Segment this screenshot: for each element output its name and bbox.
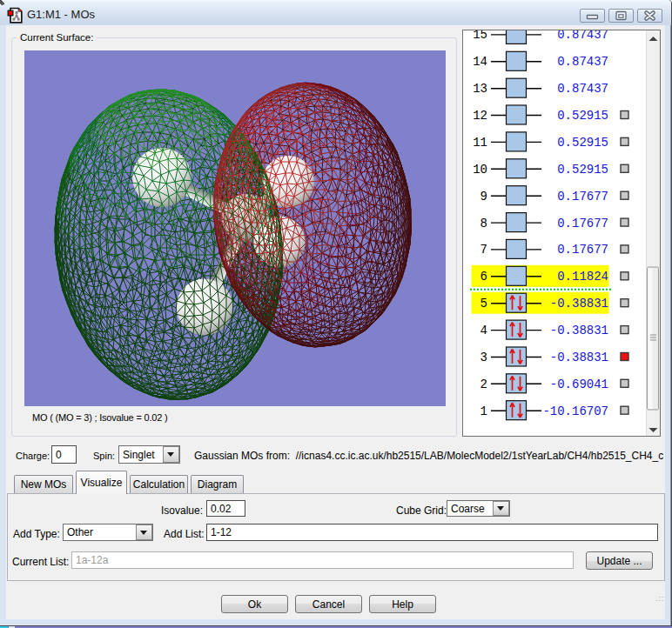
svg-text:12: 12 bbox=[473, 109, 487, 123]
svg-text:-0.38831: -0.38831 bbox=[550, 351, 608, 364]
svg-text:7: 7 bbox=[480, 243, 487, 257]
svg-text:-0.69041: -0.69041 bbox=[550, 377, 608, 391]
svg-text:0.17677: 0.17677 bbox=[557, 190, 608, 204]
svg-text:6: 6 bbox=[480, 270, 487, 284]
svg-text:15: 15 bbox=[473, 30, 487, 42]
svg-text:-10.16707: -10.16707 bbox=[542, 404, 608, 418]
svg-text:0.17677: 0.17677 bbox=[557, 217, 608, 230]
svg-text:0.52915: 0.52915 bbox=[557, 109, 608, 123]
svg-text:10: 10 bbox=[473, 163, 487, 177]
svg-text:-0.38831: -0.38831 bbox=[550, 324, 608, 337]
svg-text:0.11824: 0.11824 bbox=[557, 270, 608, 284]
svg-text:0.52915: 0.52915 bbox=[557, 163, 608, 177]
svg-text:13: 13 bbox=[473, 82, 487, 96]
svg-text:3: 3 bbox=[480, 351, 487, 364]
svg-text:0.52915: 0.52915 bbox=[557, 136, 608, 150]
svg-text:8: 8 bbox=[480, 217, 487, 230]
svg-text:11: 11 bbox=[473, 136, 487, 150]
svg-text:5: 5 bbox=[480, 297, 487, 311]
svg-text:0.17677: 0.17677 bbox=[557, 243, 608, 257]
svg-text:14: 14 bbox=[473, 55, 487, 69]
svg-text:9: 9 bbox=[480, 190, 487, 204]
svg-text:0.87437: 0.87437 bbox=[557, 30, 608, 42]
svg-text:0.87437: 0.87437 bbox=[557, 55, 608, 69]
svg-text:2: 2 bbox=[480, 377, 487, 391]
svg-text:4: 4 bbox=[480, 324, 487, 337]
svg-text:-0.38831: -0.38831 bbox=[550, 297, 608, 311]
svg-text:1: 1 bbox=[480, 404, 487, 418]
svg-text:0.87437: 0.87437 bbox=[557, 82, 608, 96]
